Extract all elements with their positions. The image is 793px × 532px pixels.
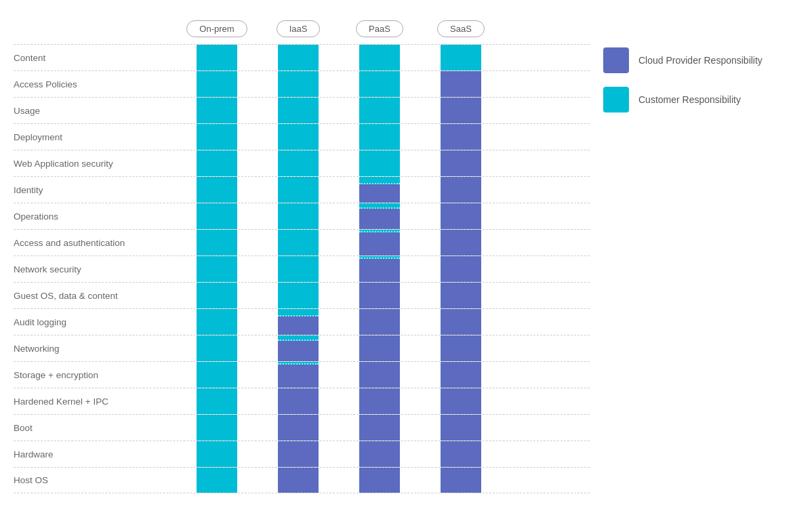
bar-segment-cyan bbox=[197, 71, 237, 97]
bar bbox=[441, 203, 481, 229]
bar-cell-onprem bbox=[186, 230, 247, 255]
row-label: Content bbox=[14, 45, 176, 70]
bar-segment-blue bbox=[359, 335, 400, 361]
bar bbox=[197, 98, 237, 123]
bar bbox=[441, 415, 481, 441]
data-section: ContentAccess PoliciesUsageDeploymentWeb… bbox=[14, 44, 590, 512]
bar-segment-blue bbox=[441, 177, 481, 203]
bar-cell-saas bbox=[430, 177, 491, 203]
row-label: Host OS bbox=[14, 468, 176, 493]
bar-segment-cyan bbox=[278, 283, 319, 308]
bar-cell-saas bbox=[430, 441, 491, 467]
bar bbox=[441, 362, 481, 388]
bar-segment-cyan bbox=[197, 441, 237, 467]
bar-cell-onprem bbox=[186, 441, 247, 467]
bar bbox=[441, 124, 481, 150]
table-row: Network security bbox=[14, 255, 590, 282]
bar-segment-cyan bbox=[359, 98, 400, 123]
bar-cell-saas bbox=[430, 203, 491, 229]
table-row: Hardware bbox=[14, 441, 590, 467]
row-bars bbox=[176, 283, 590, 308]
bar-cell-saas bbox=[430, 468, 491, 493]
bar-cell-onprem bbox=[186, 150, 247, 176]
bar-cell-iaas bbox=[268, 441, 329, 467]
bar bbox=[441, 71, 481, 97]
bar bbox=[359, 468, 400, 493]
bar-cell-onprem bbox=[186, 415, 247, 441]
bar-segment-blue bbox=[441, 309, 481, 335]
bar-cell-paas bbox=[349, 45, 410, 70]
row-bars bbox=[176, 203, 590, 229]
bar bbox=[278, 335, 319, 361]
bar bbox=[359, 45, 400, 70]
row-label: Operations bbox=[14, 203, 176, 229]
bar bbox=[197, 45, 237, 70]
bar bbox=[278, 124, 319, 150]
bar-segment-cyan bbox=[197, 98, 237, 123]
bar-segment-blue bbox=[359, 283, 400, 308]
table-row: Access and asuthentication bbox=[14, 229, 590, 255]
row-label: Guest OS, data & content bbox=[14, 283, 176, 308]
table-row: Boot bbox=[14, 414, 590, 441]
bar bbox=[359, 256, 400, 282]
bar-cell-saas bbox=[430, 150, 491, 176]
bar-cell-iaas bbox=[268, 335, 329, 361]
bar-segment-blue bbox=[278, 341, 319, 361]
bar bbox=[441, 45, 481, 70]
bar-cell-iaas bbox=[268, 45, 329, 70]
legend-swatch bbox=[603, 87, 629, 112]
table-row: Usage bbox=[14, 97, 590, 123]
bar-cell-paas bbox=[349, 362, 410, 388]
bar-cell-onprem bbox=[186, 362, 247, 388]
row-bars bbox=[176, 98, 590, 123]
bar-segment-cyan bbox=[278, 230, 319, 255]
table-row: Operations bbox=[14, 203, 590, 229]
row-bars bbox=[176, 388, 590, 414]
bar-segment-blue bbox=[278, 468, 319, 493]
bar bbox=[197, 124, 237, 150]
legend-item: Customer Responsibility bbox=[603, 87, 766, 112]
bar bbox=[359, 98, 400, 123]
bar-segment-cyan bbox=[359, 45, 400, 70]
bar-cell-saas bbox=[430, 45, 491, 70]
bar bbox=[197, 177, 237, 203]
bar-cell-saas bbox=[430, 230, 491, 255]
bar-segment-cyan bbox=[197, 150, 237, 176]
row-label: Networking bbox=[14, 335, 176, 361]
bar-cell-iaas bbox=[268, 71, 329, 97]
row-bars bbox=[176, 309, 590, 335]
table-row: Web Application security bbox=[14, 150, 590, 176]
bar bbox=[278, 256, 319, 282]
bar-cell-iaas bbox=[268, 230, 329, 255]
table-row: Networking bbox=[14, 335, 590, 361]
bar-cell-onprem bbox=[186, 283, 247, 308]
bar-segment-blue bbox=[441, 335, 481, 361]
bar bbox=[441, 98, 481, 123]
bar-segment-cyan bbox=[359, 71, 400, 97]
col-label-paas: PaaS bbox=[356, 20, 403, 37]
col-header-paas: PaaS bbox=[349, 20, 410, 37]
legend-label: Customer Responsibility bbox=[638, 94, 741, 105]
bar-cell-paas bbox=[349, 468, 410, 493]
bar-cell-onprem bbox=[186, 256, 247, 282]
bar bbox=[278, 177, 319, 203]
bar-segment-cyan bbox=[197, 388, 237, 414]
bar-cell-paas bbox=[349, 388, 410, 414]
row-label: Access Policies bbox=[14, 71, 176, 97]
left-section: On-premIaaSPaaSSaaS ContentAccess Polici… bbox=[14, 20, 590, 512]
table-row: Hardened Kernel + IPC bbox=[14, 388, 590, 414]
col-header-onprem: On-prem bbox=[186, 20, 247, 37]
bar bbox=[278, 283, 319, 308]
row-label: Web Application security bbox=[14, 150, 176, 176]
row-bars bbox=[176, 468, 590, 493]
bar-cell-saas bbox=[430, 415, 491, 441]
bar-cell-paas bbox=[349, 415, 410, 441]
bar-segment-blue bbox=[441, 230, 481, 255]
bar-cell-iaas bbox=[268, 177, 329, 203]
bar bbox=[197, 335, 237, 361]
bar-segment-cyan bbox=[197, 45, 237, 70]
bar bbox=[197, 441, 237, 467]
bar bbox=[359, 177, 400, 203]
bar bbox=[359, 362, 400, 388]
bar-cell-saas bbox=[430, 283, 491, 308]
